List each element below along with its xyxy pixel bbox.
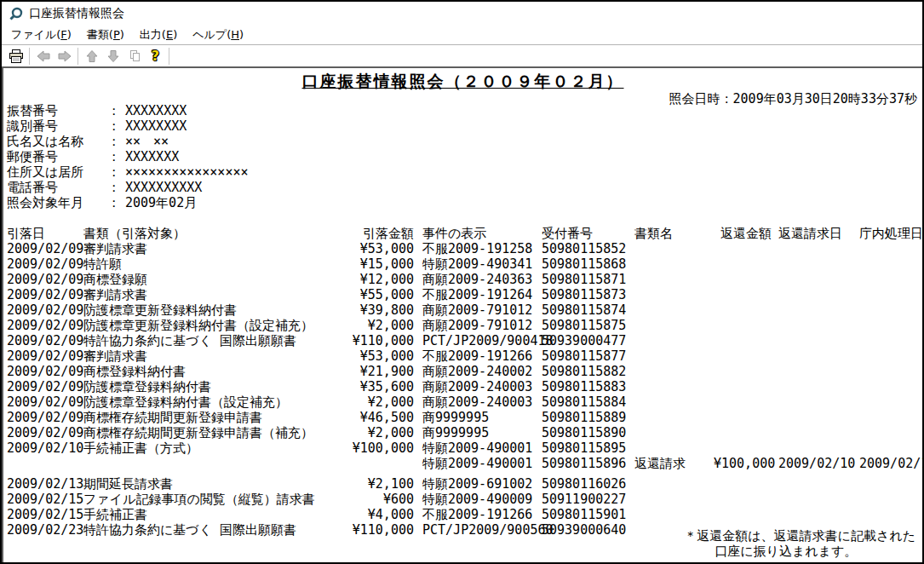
print-button[interactable] bbox=[5, 47, 26, 66]
info-value: XXXXXXXX bbox=[125, 103, 187, 118]
cell-document-name bbox=[634, 333, 714, 348]
table-row: 2009/02/09商標権存続期間更新登録申請書（補充）¥2,000商99999… bbox=[7, 425, 921, 440]
column-header-office-process-date: 庁内処理日 bbox=[852, 226, 921, 241]
info-label: 氏名又は名称 bbox=[7, 134, 107, 149]
table-row: 2009/02/09商標権存続期間更新登録申請書¥46,500商99999955… bbox=[7, 410, 921, 425]
cell-document-name bbox=[634, 440, 714, 456]
cell-debit-amount: ¥110,000 bbox=[352, 333, 414, 348]
info-value: ×××××××××××××××× bbox=[125, 164, 249, 180]
cell-receipt-number: 50980115874 bbox=[542, 302, 634, 318]
report-title: 口座振替情報照会（２００９年０２月） bbox=[7, 71, 919, 91]
cell-receipt-number: 50980115882 bbox=[542, 364, 634, 379]
cell-receipt-number: 50980115873 bbox=[542, 287, 634, 302]
cell-receipt-number: 50980115884 bbox=[542, 394, 634, 410]
cell-receipt-number: 50980115852 bbox=[542, 241, 634, 256]
table-row: 2009/02/09審判請求書¥53,000不服2009-19126650980… bbox=[7, 348, 921, 364]
menu-item[interactable]: ファイル(F) bbox=[5, 26, 81, 45]
cell-debit-amount: ¥53,000 bbox=[352, 348, 414, 364]
up-button[interactable] bbox=[81, 47, 102, 66]
info-row: 氏名又は名称 ： ×× ×× bbox=[7, 134, 919, 149]
cell-debit-amount bbox=[352, 456, 414, 471]
cell-debit-amount: ¥35,600 bbox=[352, 379, 414, 394]
print-icon bbox=[9, 49, 24, 63]
cell-office-process-date bbox=[852, 318, 921, 333]
cell-document-name bbox=[634, 256, 714, 272]
cell-office-process-date bbox=[852, 364, 921, 379]
forward-button[interactable] bbox=[54, 47, 75, 66]
table-header: 引落日書類（引落対象）引落金額事件の表示受付番号書類名返還金額返還請求日庁内処理… bbox=[7, 226, 921, 241]
cell-office-process-date bbox=[852, 333, 921, 348]
cell-debit-date: 2009/02/15 bbox=[7, 507, 79, 522]
cell-debit-amount: ¥46,500 bbox=[352, 410, 414, 425]
cell-document: 審判請求書 bbox=[79, 241, 352, 256]
info-row: 識別番号 ： XXXXXXXX bbox=[7, 118, 919, 134]
cell-receipt-number: 50980115901 bbox=[542, 507, 634, 522]
toolbar-separator bbox=[77, 48, 78, 65]
cell-refund-request-date bbox=[772, 492, 852, 507]
info-value: XXXXXXXXXX bbox=[125, 180, 202, 195]
cell-office-process-date bbox=[852, 241, 921, 256]
cell-debit-date bbox=[7, 456, 79, 471]
cell-debit-date: 2009/02/09 bbox=[7, 302, 79, 318]
column-header-document: 書類（引落対象） bbox=[79, 226, 352, 241]
info-separator: ： bbox=[107, 118, 120, 134]
toolbar-separator bbox=[29, 48, 30, 65]
menu-item[interactable]: 書類(P) bbox=[81, 26, 134, 45]
cell-debit-date: 2009/02/13 bbox=[7, 471, 79, 492]
info-separator: ： bbox=[107, 103, 120, 118]
account-info-fields: 振替番号 ： XXXXXXXX 識別番号 ： XXXXXXXX 氏名又は名称 ：… bbox=[7, 103, 919, 210]
cell-case-number: 商願2009-791012 bbox=[414, 302, 542, 318]
info-separator: ： bbox=[107, 195, 120, 210]
table-row: 2009/02/09審判請求書¥55,000不服2009-19126450980… bbox=[7, 287, 921, 302]
info-value: 2009年02月 bbox=[125, 195, 197, 210]
cell-office-process-date bbox=[852, 348, 921, 364]
cell-document: 特許協力条約に基づく 国際出願願書 bbox=[79, 333, 352, 348]
cell-receipt-number: 50980115871 bbox=[542, 272, 634, 287]
footnote-line-2: 口座に振り込まれます。 bbox=[684, 544, 915, 559]
cell-document-name bbox=[634, 241, 714, 256]
cell-document: ファイル記録事項の閲覧（縦覧）請求書 bbox=[79, 492, 352, 507]
down-button[interactable] bbox=[102, 47, 123, 66]
app-icon bbox=[9, 7, 23, 21]
copy-button[interactable] bbox=[123, 47, 145, 66]
info-label: 郵便番号 bbox=[7, 149, 107, 164]
cell-refund-amount bbox=[714, 440, 772, 456]
info-label: 照会対象年月 bbox=[7, 195, 107, 210]
table-row: 2009/02/09審判請求書¥53,000不服2009-19125850980… bbox=[7, 241, 921, 256]
cell-document: 審判請求書 bbox=[79, 287, 352, 302]
cell-refund-request-date bbox=[772, 302, 852, 318]
cell-case-number: 商願2009-791012 bbox=[414, 318, 542, 333]
cell-refund-request-date bbox=[772, 333, 852, 348]
cell-debit-amount: ¥53,000 bbox=[352, 241, 414, 256]
cell-office-process-date bbox=[852, 272, 921, 287]
cell-office-process-date bbox=[852, 379, 921, 394]
help-button[interactable]: ? bbox=[145, 47, 166, 66]
cell-document: 特許願 bbox=[79, 256, 352, 272]
info-value: XXXXXXXX bbox=[125, 118, 187, 134]
forward-arrow-icon bbox=[57, 49, 72, 63]
cell-refund-amount: ¥100,000 bbox=[714, 456, 772, 471]
cell-refund-amount bbox=[714, 507, 772, 522]
cell-document-name bbox=[634, 410, 714, 425]
cell-receipt-number: 50980115896 bbox=[542, 456, 634, 471]
table-row: 2009/02/09商標登録料納付書¥21,900商願2009-24000250… bbox=[7, 364, 921, 379]
menu-item[interactable]: 出力(E) bbox=[134, 26, 187, 45]
cell-debit-amount: ¥2,000 bbox=[352, 425, 414, 440]
cell-document-name: 返還請求 bbox=[634, 456, 714, 471]
down-arrow-icon bbox=[106, 49, 120, 63]
copy-icon bbox=[128, 49, 141, 63]
cell-case-number: 特願2009-691002 bbox=[414, 471, 542, 492]
menu-item[interactable]: ヘルプ(H) bbox=[187, 26, 253, 45]
cell-debit-amount: ¥2,100 bbox=[352, 471, 414, 492]
table-row: 特願2009-49000150980115896返還請求¥100,0002009… bbox=[7, 456, 921, 471]
cell-document-name bbox=[634, 379, 714, 394]
cell-document: 審判請求書 bbox=[79, 348, 352, 364]
back-button[interactable] bbox=[32, 47, 54, 66]
cell-refund-request-date bbox=[772, 364, 852, 379]
cell-document-name bbox=[634, 394, 714, 410]
cell-refund-request-date bbox=[772, 471, 852, 492]
cell-refund-amount bbox=[714, 302, 772, 318]
cell-refund-request-date bbox=[772, 318, 852, 333]
cell-case-number: 特願2009-490009 bbox=[414, 492, 542, 507]
cell-office-process-date: 2009/02/10 bbox=[852, 456, 921, 471]
